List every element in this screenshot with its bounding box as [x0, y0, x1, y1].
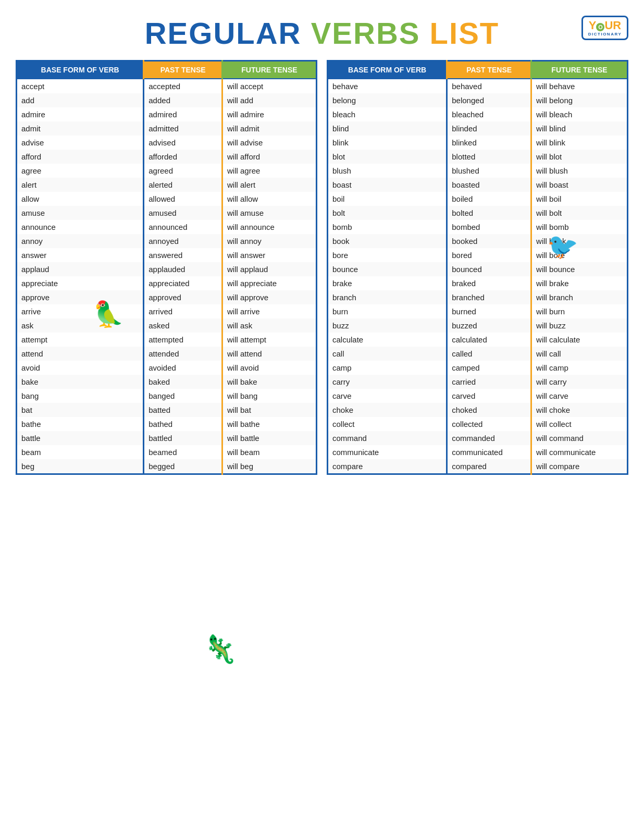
past-tense: braked: [447, 276, 531, 290]
future-tense: will arrive: [222, 304, 316, 318]
past-tense: bored: [447, 248, 531, 262]
base-verb: appreciate: [17, 276, 144, 290]
future-tense: will ask: [222, 318, 316, 333]
future-tense: will annoy: [222, 234, 316, 248]
future-tense: will camp: [531, 361, 628, 375]
base-verb: boil: [328, 192, 447, 206]
past-tense: bolted: [447, 206, 531, 220]
logo: YOUR DICTIONARY: [581, 16, 628, 40]
future-tense: will bat: [222, 403, 316, 417]
table-row: blink blinked will blink: [328, 136, 628, 150]
base-verb: approve: [17, 290, 144, 304]
future-tense: will attempt: [222, 333, 316, 347]
table-row: amuse amused will amuse: [17, 206, 317, 220]
table-row: advise advised will advise: [17, 136, 317, 150]
table-row: admit admitted will admit: [17, 121, 317, 136]
past-tense: belonged: [447, 93, 531, 107]
past-tense: calculated: [447, 333, 531, 347]
past-tense: advised: [144, 136, 222, 150]
base-verb: carry: [328, 375, 447, 389]
future-tense: will beam: [222, 445, 316, 459]
future-tense: will applaud: [222, 262, 316, 276]
table-row: accept accepted will accept: [17, 79, 317, 93]
past-tense: blotted: [447, 150, 531, 164]
base-verb: battle: [17, 431, 144, 445]
past-tense: booked: [447, 234, 531, 248]
future-tense: will boil: [531, 192, 628, 206]
table-row: admire admired will admire: [17, 107, 317, 121]
past-tense: choked: [447, 403, 531, 417]
left-verb-table: BASE FORM OF VERB PAST TENSE FUTURE TENS…: [16, 60, 317, 475]
table-row: buzz buzzed will buzz: [328, 318, 628, 333]
base-verb: call: [328, 347, 447, 361]
base-verb: boast: [328, 178, 447, 192]
table-row: carve carved will carve: [328, 389, 628, 403]
table-row: battle battled will battle: [17, 431, 317, 445]
past-tense: blushed: [447, 164, 531, 178]
future-tense: will admit: [222, 121, 316, 136]
past-tense: allowed: [144, 192, 222, 206]
past-tense: alerted: [144, 178, 222, 192]
past-tense: branched: [447, 290, 531, 304]
past-tense: batted: [144, 403, 222, 417]
future-tense: will approve: [222, 290, 316, 304]
table-row: branch branched will branch: [328, 290, 628, 304]
table-row: boil boiled will boil: [328, 192, 628, 206]
base-verb: bomb: [328, 220, 447, 234]
table-row: ask asked will ask: [17, 318, 317, 333]
table-row: boast boasted will boast: [328, 178, 628, 192]
logo-ur: UR: [604, 19, 621, 32]
base-verb: behave: [328, 79, 447, 93]
past-tense: boasted: [447, 178, 531, 192]
right-col-base: BASE FORM OF VERB: [328, 61, 447, 79]
base-verb: admit: [17, 121, 144, 136]
table-row: beg begged will beg: [17, 459, 317, 474]
future-tense: will bathe: [222, 417, 316, 431]
base-verb: calculate: [328, 333, 447, 347]
base-verb: branch: [328, 290, 447, 304]
future-tense: will branch: [531, 290, 628, 304]
past-tense: approved: [144, 290, 222, 304]
base-verb: advise: [17, 136, 144, 150]
table-row: announce announced will announce: [17, 220, 317, 234]
future-tense: will blink: [531, 136, 628, 150]
base-verb: bathe: [17, 417, 144, 431]
future-tense: will add: [222, 93, 316, 107]
future-tense: will collect: [531, 417, 628, 431]
future-tense: will brake: [531, 276, 628, 290]
base-verb: admire: [17, 107, 144, 121]
table-row: alert alerted will alert: [17, 178, 317, 192]
future-tense: will compare: [531, 459, 628, 474]
future-tense: will alert: [222, 178, 316, 192]
past-tense: begged: [144, 459, 222, 474]
past-tense: bombed: [447, 220, 531, 234]
base-verb: avoid: [17, 361, 144, 375]
table-row: communicate communicated will communicat…: [328, 445, 628, 459]
table-row: answer answered will answer: [17, 248, 317, 262]
table-row: annoy annoyed will annoy: [17, 234, 317, 248]
table-row: choke choked will choke: [328, 403, 628, 417]
future-tense: will bomb: [531, 220, 628, 234]
right-col-past: PAST TENSE: [447, 61, 531, 79]
future-tense: will blind: [531, 121, 628, 136]
base-verb: annoy: [17, 234, 144, 248]
future-tense: will carve: [531, 389, 628, 403]
past-tense: added: [144, 93, 222, 107]
table-row: bathe bathed will bathe: [17, 417, 317, 431]
table-row: attempt attempted will attempt: [17, 333, 317, 347]
future-tense: will announce: [222, 220, 316, 234]
table-row: belong belonged will belong: [328, 93, 628, 107]
base-verb: book: [328, 234, 447, 248]
future-tense: will calculate: [531, 333, 628, 347]
future-tense: will bake: [222, 375, 316, 389]
base-verb: brake: [328, 276, 447, 290]
table-row: bat batted will bat: [17, 403, 317, 417]
past-tense: compared: [447, 459, 531, 474]
past-tense: banged: [144, 389, 222, 403]
past-tense: collected: [447, 417, 531, 431]
base-verb: collect: [328, 417, 447, 431]
base-verb: compare: [328, 459, 447, 474]
future-tense: will choke: [531, 403, 628, 417]
base-verb: attend: [17, 347, 144, 361]
table-row: book booked will book: [328, 234, 628, 248]
